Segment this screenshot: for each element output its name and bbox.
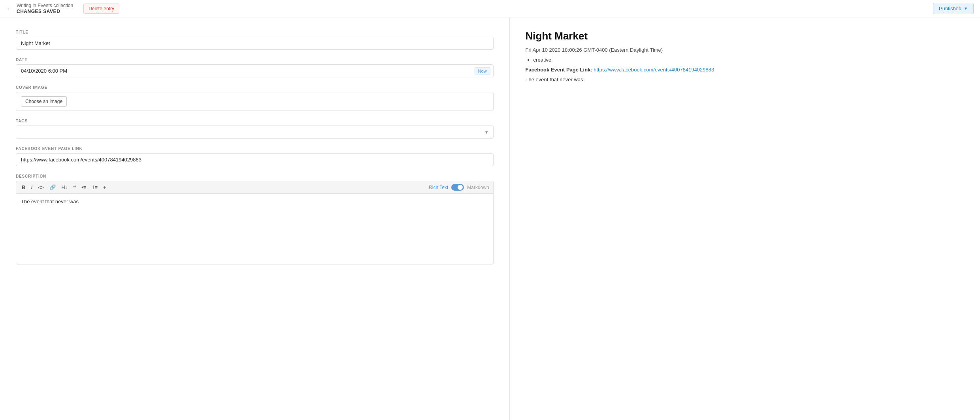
bold-button[interactable]: B: [20, 184, 27, 191]
back-arrow-icon[interactable]: ←: [6, 5, 13, 12]
tags-select-wrapper: creative ▼: [16, 126, 494, 139]
rich-text-toggle[interactable]: [451, 184, 464, 191]
description-editor[interactable]: The event that never was: [16, 193, 494, 264]
published-label: Published: [939, 6, 961, 11]
preview-tag-item: creative: [533, 57, 964, 63]
left-panel: TITLE DATE Now COVER IMAGE Choose an ima…: [0, 17, 510, 420]
tags-select[interactable]: creative: [16, 126, 494, 139]
preview-fb-link-url[interactable]: https://www.facebook.com/events/40078419…: [594, 67, 714, 73]
description-field-group: DESCRIPTION B I <> 🔗 H↓ ❝ •≡ 1≡ + Rich T…: [16, 174, 494, 264]
cover-image-label: COVER IMAGE: [16, 85, 494, 90]
cover-image-box: Choose an image: [16, 92, 494, 111]
description-label: DESCRIPTION: [16, 174, 494, 178]
bullet-list-button[interactable]: •≡: [80, 184, 88, 191]
choose-image-button[interactable]: Choose an image: [21, 96, 67, 107]
markdown-label: Markdown: [467, 185, 489, 190]
fb-link-label: FACEBOOK EVENT PAGE LINK: [16, 146, 494, 151]
heading-button[interactable]: H↓: [60, 184, 69, 191]
right-panel: Night Market Fri Apr 10 2020 18:00:26 GM…: [510, 17, 980, 420]
topbar-left: ← Writing in Events collection CHANGES S…: [6, 3, 119, 14]
insert-button[interactable]: +: [102, 184, 108, 191]
editor-toolbar: B I <> 🔗 H↓ ❝ •≡ 1≡ + Rich Text Markdown: [16, 181, 494, 193]
date-field-wrapper: Now: [16, 64, 494, 77]
now-button[interactable]: Now: [475, 67, 490, 75]
quote-button[interactable]: ❝: [72, 184, 77, 191]
ordered-list-button[interactable]: 1≡: [90, 184, 99, 191]
title-label: TITLE: [16, 30, 494, 34]
date-input[interactable]: [16, 64, 494, 77]
changes-saved-status: CHANGES SAVED: [17, 9, 73, 14]
preview-date: Fri Apr 10 2020 18:00:26 GMT-0400 (Easte…: [526, 47, 964, 53]
date-label: DATE: [16, 58, 494, 62]
toolbar-right: Rich Text Markdown: [429, 184, 489, 191]
topbar-right: Published ▼: [933, 3, 974, 14]
link-button[interactable]: 🔗: [48, 184, 57, 191]
preview-fb-link: Facebook Event Page Link: https://www.fa…: [526, 67, 964, 73]
preview-description: The event that never was: [526, 77, 964, 82]
title-field-group: TITLE: [16, 30, 494, 50]
rich-text-label: Rich Text: [429, 185, 448, 190]
preview-title: Night Market: [526, 30, 964, 42]
tags-label: TAGS: [16, 119, 494, 123]
topbar: ← Writing in Events collection CHANGES S…: [0, 0, 980, 17]
breadcrumb: Writing in Events collection: [17, 3, 73, 8]
preview-fb-link-label: Facebook Event Page Link:: [526, 67, 592, 73]
delete-entry-button[interactable]: Delete entry: [83, 4, 119, 14]
date-field-group: DATE Now: [16, 58, 494, 77]
tags-field-group: TAGS creative ▼: [16, 119, 494, 139]
cover-image-field-group: COVER IMAGE Choose an image: [16, 85, 494, 111]
code-button[interactable]: <>: [36, 184, 45, 191]
preview-tags: creative: [526, 57, 964, 63]
italic-button[interactable]: I: [29, 184, 34, 191]
main-layout: TITLE DATE Now COVER IMAGE Choose an ima…: [0, 17, 980, 420]
chevron-down-icon: ▼: [964, 6, 968, 11]
published-button[interactable]: Published ▼: [933, 3, 974, 14]
fb-link-field-group: FACEBOOK EVENT PAGE LINK: [16, 146, 494, 166]
title-input[interactable]: [16, 37, 494, 50]
fb-link-input[interactable]: [16, 153, 494, 166]
